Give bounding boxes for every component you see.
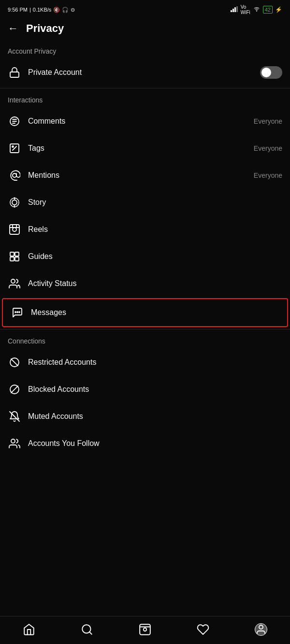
- svg-rect-36: [140, 624, 150, 635]
- status-left: 9:56 PM | 0.1KB/s 🔇 🎧 ⊝: [8, 7, 75, 13]
- svg-point-16: [13, 228, 16, 231]
- section-connections: Connections Restricted Accounts Blocked …: [0, 331, 290, 457]
- bottom-navigation: [0, 616, 290, 644]
- menu-item-reels[interactable]: Reels: [0, 216, 290, 243]
- nav-heart[interactable]: [191, 618, 215, 641]
- menu-item-restricted-accounts[interactable]: Restricted Accounts: [0, 349, 290, 376]
- messages-icon: [11, 306, 24, 319]
- svg-point-39: [259, 625, 263, 629]
- accounts-you-follow-label: Accounts You Follow: [28, 439, 282, 448]
- svg-rect-5: [10, 72, 19, 77]
- tag-icon: [8, 142, 21, 155]
- svg-rect-20: [10, 252, 14, 256]
- svg-point-27: [19, 312, 20, 313]
- svg-point-12: [12, 200, 17, 205]
- mentions-label: Mentions: [28, 171, 254, 180]
- back-button[interactable]: ←: [8, 22, 18, 35]
- section-account-privacy: Account Privacy Private Account: [0, 42, 290, 86]
- menu-item-messages[interactable]: Messages: [2, 298, 288, 327]
- interactions-label: Interactions: [0, 90, 290, 108]
- profile-avatar: [255, 623, 267, 636]
- account-privacy-label: Account Privacy: [0, 42, 290, 59]
- menu-item-activity-status[interactable]: Activity Status: [0, 270, 290, 297]
- comments-value: Everyone: [254, 117, 282, 125]
- svg-point-8: [12, 146, 14, 147]
- mentions-value: Everyone: [254, 172, 282, 179]
- nav-search[interactable]: [75, 618, 99, 641]
- blocked-icon: [8, 383, 21, 396]
- reels-label: Reels: [28, 225, 282, 234]
- story-label: Story: [28, 198, 282, 207]
- menu-item-story[interactable]: Story: [0, 189, 290, 216]
- wifi-icon: [253, 6, 261, 13]
- svg-point-10: [13, 173, 16, 177]
- search-icon: [81, 623, 93, 636]
- vo-wifi-label: VoWiFi: [241, 4, 250, 15]
- network-speed-value: 0.1KB/s: [33, 7, 52, 13]
- svg-rect-15: [10, 225, 19, 234]
- svg-line-29: [11, 359, 18, 366]
- svg-rect-1: [232, 9, 234, 12]
- guides-label: Guides: [28, 252, 282, 261]
- private-account-toggle[interactable]: [260, 66, 282, 79]
- status-bar: 9:56 PM | 0.1KB/s 🔇 🎧 ⊝ VoWiFi 42 ⚡: [0, 0, 290, 17]
- tags-label: Tags: [28, 144, 254, 153]
- tags-value: Everyone: [254, 144, 282, 152]
- nav-home[interactable]: [17, 618, 41, 641]
- svg-rect-3: [236, 6, 238, 12]
- story-icon: [8, 196, 21, 209]
- page-title: Privacy: [26, 22, 64, 35]
- activity-status-label: Activity Status: [28, 279, 282, 288]
- restricted-icon: [8, 356, 21, 369]
- connections-label: Connections: [0, 331, 290, 349]
- menu-item-private-account[interactable]: Private Account: [0, 59, 290, 86]
- mention-icon: [8, 169, 21, 182]
- svg-line-31: [11, 386, 18, 393]
- divider-1: [0, 88, 290, 88]
- muted-icon: [8, 410, 21, 423]
- private-account-label: Private Account: [28, 68, 260, 77]
- divider-2: [0, 329, 290, 329]
- guides-icon: [8, 250, 21, 263]
- comments-label: Comments: [28, 117, 254, 126]
- svg-rect-22: [10, 257, 14, 261]
- network-speed: |: [29, 7, 31, 13]
- menu-item-comments[interactable]: Comments Everyone: [0, 108, 290, 135]
- svg-point-26: [15, 312, 16, 313]
- svg-point-33: [11, 439, 15, 443]
- menu-item-blocked-accounts[interactable]: Blocked Accounts: [0, 376, 290, 403]
- blocked-accounts-label: Blocked Accounts: [28, 385, 282, 394]
- messages-label: Messages: [31, 308, 279, 317]
- activity-icon: [8, 277, 21, 290]
- reels-nav-icon: [139, 623, 151, 636]
- toggle-track: [260, 66, 282, 79]
- heart-icon: [197, 623, 209, 636]
- mute-icon: 🔇: [53, 7, 60, 13]
- nav-reels[interactable]: [133, 618, 157, 641]
- page-header: ← Privacy: [0, 17, 290, 42]
- svg-line-35: [89, 632, 92, 634]
- svg-point-37: [144, 628, 147, 631]
- reels-icon: [8, 223, 21, 236]
- comment-icon: [8, 114, 21, 128]
- svg-point-4: [256, 11, 257, 12]
- toggle-thumb: [261, 68, 271, 77]
- menu-item-accounts-you-follow[interactable]: Accounts You Follow: [0, 430, 290, 457]
- dnd-icon: ⊝: [71, 7, 75, 13]
- home-icon: [23, 623, 35, 636]
- svg-rect-23: [15, 257, 19, 261]
- muted-accounts-label: Muted Accounts: [28, 412, 282, 421]
- menu-item-guides[interactable]: Guides: [0, 243, 290, 270]
- svg-point-24: [11, 279, 15, 283]
- svg-rect-2: [234, 7, 236, 12]
- headphone-icon: 🎧: [62, 7, 69, 13]
- main-content: Account Privacy Private Account Interact…: [0, 42, 290, 491]
- menu-item-mentions[interactable]: Mentions Everyone: [0, 162, 290, 189]
- menu-item-muted-accounts[interactable]: Muted Accounts: [0, 403, 290, 430]
- battery-icon: 42: [263, 6, 273, 14]
- signal-icon: [231, 6, 238, 13]
- nav-profile[interactable]: [249, 618, 273, 641]
- menu-item-tags[interactable]: Tags Everyone: [0, 135, 290, 162]
- svg-rect-21: [15, 252, 19, 256]
- svg-point-25: [17, 312, 18, 313]
